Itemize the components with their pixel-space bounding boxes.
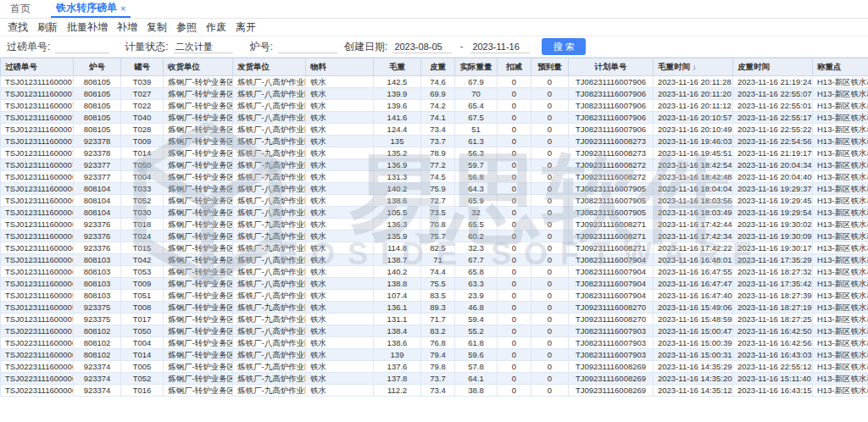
toolbar-button[interactable]: 补增 (117, 20, 137, 35)
column-header[interactable]: 炉号 (74, 58, 121, 76)
cell: TSJ01231116000063 (1, 242, 74, 254)
column-header[interactable]: 扣减 (498, 58, 531, 76)
table-row[interactable]: TSJ02231116000008808102T014炼钢厂-转炉业务区炼铁厂-… (1, 349, 868, 361)
table-row[interactable]: TSJ01231116000060808103T009炼钢厂-转炉业务区炼铁厂-… (1, 278, 868, 290)
column-header[interactable]: 毛重时间↓ (654, 58, 733, 76)
table-row[interactable]: TSJ01231116000069923377T004炼钢厂-转炉业务区炼铁厂-… (1, 171, 868, 183)
toolbar-button[interactable]: 参照 (176, 20, 197, 35)
cell: TJ09231116008269 (569, 373, 654, 385)
close-icon[interactable]: × (120, 3, 125, 14)
table-row[interactable]: TSJ01231116000054923375T008炼钢厂-转炉业务区炼铁厂-… (1, 302, 868, 314)
furnace-no-input[interactable] (278, 40, 337, 53)
column-header[interactable]: 发货单位 (233, 58, 306, 76)
table-row[interactable]: TSJ01231116000065923376T018炼钢厂-转炉业务区炼铁厂-… (1, 219, 868, 230)
table-row[interactable]: TSJ01231116000072923378T009炼钢厂-转炉业务区炼铁厂-… (1, 136, 868, 147)
tab-home[interactable]: 首页 (0, 0, 41, 18)
table-row[interactable]: TSJ01231116000059808103T051炼钢厂-转炉业务区炼铁厂-… (1, 290, 868, 302)
search-button[interactable]: 搜 索 (542, 38, 586, 55)
column-header[interactable]: 皮重 (421, 58, 455, 76)
header-row: 过磅单号炉号罐号收货单位发货单位物料毛重皮重实际重量扣减预到量计划单号毛重时间↓… (1, 58, 868, 76)
table-row[interactable]: TSJ02231116000009808102T004炼钢厂-转炉业务区炼铁厂-… (1, 337, 868, 349)
cell: 0 (498, 100, 531, 112)
bill-no-input[interactable] (55, 40, 109, 53)
column-header[interactable]: 称重点 (813, 58, 868, 76)
cell: TJ08231116007906 (569, 88, 654, 100)
table-row[interactable]: TSJ01231116000073808105T028炼钢厂-转炉业务区炼铁厂-… (1, 124, 868, 136)
tab-iron-transfer-bill[interactable]: 铁水转序磅单 × (51, 0, 131, 18)
table-row[interactable]: TSJ01231116000076808105T022炼钢厂-转炉业务区炼铁厂-… (1, 100, 868, 112)
column-header[interactable]: 过磅单号 (1, 58, 74, 76)
table-row[interactable]: TSJ01231116000061808103T053炼钢厂-转炉业务区炼铁厂-… (1, 266, 868, 278)
toolbar-button[interactable]: 刷新 (37, 20, 58, 35)
table-row[interactable]: TSJ01231116000067808104T052炼钢厂-转炉业务区炼铁厂-… (1, 195, 868, 207)
column-header[interactable]: 收货单位 (164, 58, 233, 76)
column-header[interactable]: 皮重时间 (733, 58, 813, 76)
table-row[interactable]: TSJ01231116000074808105T040炼钢厂-转炉业务区炼铁厂-… (1, 112, 868, 124)
cell: 0 (531, 337, 569, 349)
cell: 140.2 (374, 266, 421, 278)
cell: T028 (121, 124, 164, 136)
column-header[interactable]: 计划单号 (569, 58, 654, 76)
table-row[interactable]: TSJ01231116000070923377T050炼钢厂-转炉业务区炼铁厂-… (1, 159, 868, 171)
cell: 0 (498, 266, 531, 278)
cell: H13-新区铁水秤 (813, 124, 868, 136)
cell: 141.6 (374, 112, 421, 124)
table-row[interactable]: TSJ02231116000007923374T005炼钢厂-转炉业务区炼铁厂-… (1, 361, 868, 373)
toolbar-button[interactable]: 查找 (8, 20, 28, 35)
table-row[interactable]: TSJ01231116000066808104T030炼钢厂-转炉业务区炼铁厂-… (1, 207, 868, 219)
cell: 炼钢厂-转炉业务区 (164, 361, 233, 373)
cell: 83.5 (421, 290, 455, 302)
cell: 0 (498, 159, 531, 171)
column-header[interactable]: 毛重 (374, 58, 421, 76)
table-row[interactable]: TSJ02231116000010808102T050炼钢厂-转炉业务区炼铁厂-… (1, 325, 868, 337)
cell: 铁水 (306, 266, 374, 278)
cell: TJ09231116008270 (569, 314, 654, 325)
cell: 55.2 (455, 325, 498, 337)
table-row[interactable]: TSJ01231116000071923378T014炼钢厂-转炉业务区炼铁厂-… (1, 147, 868, 159)
cell: 炼钢厂-转炉业务区 (164, 207, 233, 219)
cell: 炼铁厂-八高炉作业区 (233, 266, 306, 278)
tab-home-label: 首页 (10, 2, 31, 16)
cell: 923377 (74, 159, 121, 171)
toolbar-button[interactable]: 离开 (236, 20, 256, 35)
cell: 61.3 (455, 136, 498, 147)
column-header[interactable]: 预到量 (531, 58, 569, 76)
cell: 0 (498, 183, 531, 195)
cell: 2023-11-16 17:42:44 (654, 219, 733, 230)
cell: 138.6 (374, 195, 421, 207)
cell: 0 (498, 136, 531, 147)
toolbar-button[interactable]: 批量补增 (67, 20, 108, 35)
table-row[interactable]: TSJ01231116000068808104T033炼钢厂-转炉业务区炼铁厂-… (1, 183, 868, 195)
cell: 65.8 (455, 266, 498, 278)
table-row[interactable]: TSJ02231116000006923374T052炼钢厂-转炉业务区炼铁厂-… (1, 373, 868, 385)
table-row[interactable]: TSJ01231116000077808105T027炼钢厂-转炉业务区炼铁厂-… (1, 88, 868, 100)
table-row[interactable]: TSJ01231116000063923376T015炼钢厂-转炉业务区炼铁厂-… (1, 242, 868, 254)
cell: 2023-11-16 19:30:17 (733, 242, 813, 254)
column-header[interactable]: 罐号 (121, 58, 164, 76)
table-row[interactable]: TSJ01231116000053923375T017炼钢厂-转炉业务区炼铁厂-… (1, 314, 868, 325)
measure-status-select[interactable]: 二次计量 (174, 40, 233, 53)
cell: 808102 (74, 349, 121, 361)
date-from-input[interactable]: 2023-08-05 (392, 40, 452, 53)
cell: 74.4 (421, 266, 455, 278)
toolbar-button[interactable]: 复制 (147, 20, 167, 35)
cell: 炼铁厂-九高炉作业区 (233, 159, 306, 171)
cell: 808105 (74, 76, 121, 88)
table-row[interactable]: TSJ01231116000064923376T024炼钢厂-转炉业务区炼铁厂-… (1, 230, 868, 242)
cell: 923374 (74, 373, 121, 385)
table-row[interactable]: TSJ02231116000005923374T016炼钢厂-转炉业务区炼铁厂-… (1, 385, 868, 397)
cell: 炼钢厂-转炉业务区 (164, 314, 233, 325)
column-header[interactable]: 物料 (306, 58, 374, 76)
date-to-input[interactable]: 2023-11-16 (470, 40, 530, 53)
cell: T014 (121, 147, 164, 159)
table-row[interactable]: TSJ01231116000062808103T042炼钢厂-转炉业务区炼铁厂-… (1, 254, 868, 266)
table-row[interactable]: TSJ01231116000078808105T039炼钢厂-转炉业务区炼铁厂-… (1, 76, 868, 88)
cell: 炼钢厂-转炉业务区 (164, 290, 233, 302)
cell: TJ09231116008273 (569, 136, 654, 147)
toolbar-button[interactable]: 作废 (206, 20, 226, 35)
cell: 2023-11-16 15:00:31 (654, 349, 733, 361)
cell: 炼铁厂-九高炉作业区 (233, 147, 306, 159)
column-header[interactable]: 实际重量 (455, 58, 498, 76)
cell: 923374 (74, 361, 121, 373)
cell: 铁水 (306, 112, 374, 124)
